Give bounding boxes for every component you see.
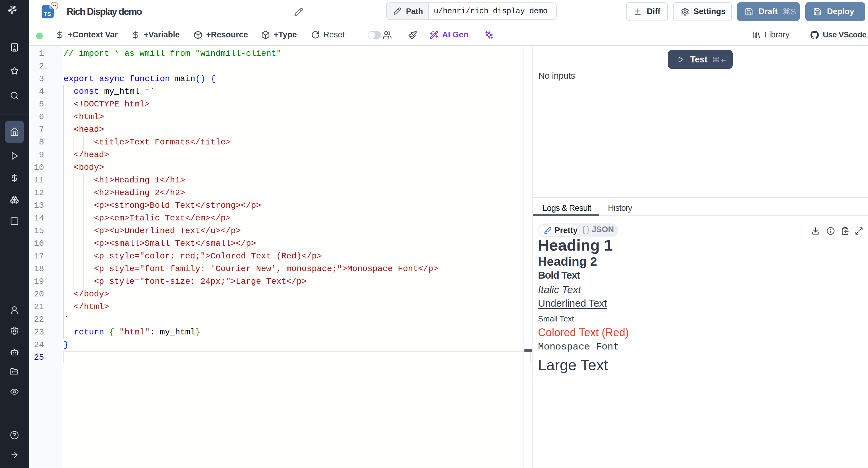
- svg-text:TS: TS: [44, 11, 51, 17]
